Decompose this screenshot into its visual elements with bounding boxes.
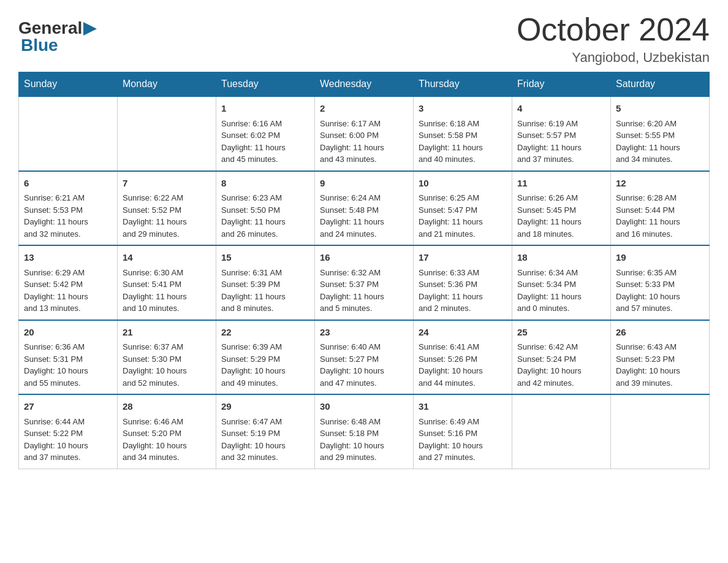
day-info: Sunrise: 6:30 AM Sunset: 5:41 PM Dayligh… (123, 267, 211, 315)
table-row: 19Sunrise: 6:35 AM Sunset: 5:33 PM Dayli… (611, 245, 710, 320)
day-info: Sunrise: 6:48 AM Sunset: 5:18 PM Dayligh… (320, 416, 408, 464)
day-info: Sunrise: 6:39 AM Sunset: 5:29 PM Dayligh… (221, 341, 309, 389)
table-row: 18Sunrise: 6:34 AM Sunset: 5:34 PM Dayli… (512, 245, 611, 320)
day-number: 8 (221, 177, 309, 191)
table-row (118, 96, 216, 171)
day-number: 25 (517, 326, 605, 340)
calendar-week-4: 20Sunrise: 6:36 AM Sunset: 5:31 PM Dayli… (19, 320, 710, 395)
header-saturday: Saturday (611, 72, 710, 97)
day-number: 11 (517, 177, 605, 191)
day-number: 24 (419, 326, 507, 340)
calendar-week-3: 13Sunrise: 6:29 AM Sunset: 5:42 PM Dayli… (19, 245, 710, 320)
header-sunday: Sunday (19, 72, 118, 97)
logo-triangle-icon (83, 22, 97, 36)
day-info: Sunrise: 6:23 AM Sunset: 5:50 PM Dayligh… (221, 192, 309, 240)
day-number: 5 (616, 102, 704, 116)
table-row: 16Sunrise: 6:32 AM Sunset: 5:37 PM Dayli… (315, 245, 414, 320)
day-number: 27 (24, 400, 112, 414)
table-row: 4Sunrise: 6:19 AM Sunset: 5:57 PM Daylig… (512, 96, 611, 171)
table-row: 12Sunrise: 6:28 AM Sunset: 5:44 PM Dayli… (611, 171, 710, 246)
table-row: 22Sunrise: 6:39 AM Sunset: 5:29 PM Dayli… (216, 320, 315, 395)
day-number: 26 (616, 326, 704, 340)
day-number: 6 (24, 177, 112, 191)
day-number: 15 (221, 251, 309, 265)
day-info: Sunrise: 6:49 AM Sunset: 5:16 PM Dayligh… (419, 416, 507, 464)
table-row: 26Sunrise: 6:43 AM Sunset: 5:23 PM Dayli… (611, 320, 710, 395)
day-info: Sunrise: 6:43 AM Sunset: 5:23 PM Dayligh… (616, 341, 704, 389)
table-row: 27Sunrise: 6:44 AM Sunset: 5:22 PM Dayli… (19, 394, 118, 469)
day-info: Sunrise: 6:40 AM Sunset: 5:27 PM Dayligh… (320, 341, 408, 389)
day-number: 4 (517, 102, 605, 116)
svg-marker-0 (83, 22, 97, 36)
table-row (19, 96, 118, 171)
calendar-header-row: Sunday Monday Tuesday Wednesday Thursday… (19, 72, 710, 97)
table-row (512, 394, 611, 469)
day-info: Sunrise: 6:21 AM Sunset: 5:53 PM Dayligh… (24, 192, 112, 240)
day-number: 16 (320, 251, 408, 265)
table-row: 13Sunrise: 6:29 AM Sunset: 5:42 PM Dayli… (19, 245, 118, 320)
table-row: 23Sunrise: 6:40 AM Sunset: 5:27 PM Dayli… (315, 320, 414, 395)
table-row: 10Sunrise: 6:25 AM Sunset: 5:47 PM Dayli… (414, 171, 512, 246)
calendar-table: Sunday Monday Tuesday Wednesday Thursday… (18, 72, 710, 469)
day-info: Sunrise: 6:37 AM Sunset: 5:30 PM Dayligh… (123, 341, 211, 389)
table-row: 29Sunrise: 6:47 AM Sunset: 5:19 PM Dayli… (216, 394, 315, 469)
header-monday: Monday (118, 72, 216, 97)
table-row: 11Sunrise: 6:26 AM Sunset: 5:45 PM Dayli… (512, 171, 611, 246)
header-thursday: Thursday (414, 72, 512, 97)
calendar-week-2: 6Sunrise: 6:21 AM Sunset: 5:53 PM Daylig… (19, 171, 710, 246)
day-info: Sunrise: 6:26 AM Sunset: 5:45 PM Dayligh… (517, 192, 605, 240)
day-info: Sunrise: 6:34 AM Sunset: 5:34 PM Dayligh… (517, 267, 605, 315)
day-info: Sunrise: 6:28 AM Sunset: 5:44 PM Dayligh… (616, 192, 704, 240)
table-row: 24Sunrise: 6:41 AM Sunset: 5:26 PM Dayli… (414, 320, 512, 395)
day-info: Sunrise: 6:35 AM Sunset: 5:33 PM Dayligh… (616, 267, 704, 315)
table-row: 28Sunrise: 6:46 AM Sunset: 5:20 PM Dayli… (118, 394, 216, 469)
table-row: 20Sunrise: 6:36 AM Sunset: 5:31 PM Dayli… (19, 320, 118, 395)
day-info: Sunrise: 6:16 AM Sunset: 6:02 PM Dayligh… (221, 118, 309, 166)
table-row: 6Sunrise: 6:21 AM Sunset: 5:53 PM Daylig… (19, 171, 118, 246)
table-row (611, 394, 710, 469)
table-row: 14Sunrise: 6:30 AM Sunset: 5:41 PM Dayli… (118, 245, 216, 320)
calendar-week-5: 27Sunrise: 6:44 AM Sunset: 5:22 PM Dayli… (19, 394, 710, 469)
day-info: Sunrise: 6:20 AM Sunset: 5:55 PM Dayligh… (616, 118, 704, 166)
table-row: 17Sunrise: 6:33 AM Sunset: 5:36 PM Dayli… (414, 245, 512, 320)
day-number: 13 (24, 251, 112, 265)
day-info: Sunrise: 6:31 AM Sunset: 5:39 PM Dayligh… (221, 267, 309, 315)
table-row: 8Sunrise: 6:23 AM Sunset: 5:50 PM Daylig… (216, 171, 315, 246)
header-wednesday: Wednesday (315, 72, 414, 97)
day-number: 22 (221, 326, 309, 340)
day-number: 17 (419, 251, 507, 265)
day-info: Sunrise: 6:36 AM Sunset: 5:31 PM Dayligh… (24, 341, 112, 389)
day-number: 10 (419, 177, 507, 191)
table-row: 25Sunrise: 6:42 AM Sunset: 5:24 PM Dayli… (512, 320, 611, 395)
table-row: 15Sunrise: 6:31 AM Sunset: 5:39 PM Dayli… (216, 245, 315, 320)
day-number: 9 (320, 177, 408, 191)
day-info: Sunrise: 6:17 AM Sunset: 6:00 PM Dayligh… (320, 118, 408, 166)
day-info: Sunrise: 6:22 AM Sunset: 5:52 PM Dayligh… (123, 192, 211, 240)
table-row: 9Sunrise: 6:24 AM Sunset: 5:48 PM Daylig… (315, 171, 414, 246)
day-number: 14 (123, 251, 211, 265)
header-friday: Friday (512, 72, 611, 97)
table-row: 7Sunrise: 6:22 AM Sunset: 5:52 PM Daylig… (118, 171, 216, 246)
table-row: 5Sunrise: 6:20 AM Sunset: 5:55 PM Daylig… (611, 96, 710, 171)
day-info: Sunrise: 6:42 AM Sunset: 5:24 PM Dayligh… (517, 341, 605, 389)
day-number: 7 (123, 177, 211, 191)
table-row: 31Sunrise: 6:49 AM Sunset: 5:16 PM Dayli… (414, 394, 512, 469)
day-number: 23 (320, 326, 408, 340)
day-number: 2 (320, 102, 408, 116)
table-row: 3Sunrise: 6:18 AM Sunset: 5:58 PM Daylig… (414, 96, 512, 171)
table-row: 30Sunrise: 6:48 AM Sunset: 5:18 PM Dayli… (315, 394, 414, 469)
day-info: Sunrise: 6:24 AM Sunset: 5:48 PM Dayligh… (320, 192, 408, 240)
day-info: Sunrise: 6:46 AM Sunset: 5:20 PM Dayligh… (123, 416, 211, 464)
day-info: Sunrise: 6:47 AM Sunset: 5:19 PM Dayligh… (221, 416, 309, 464)
day-info: Sunrise: 6:44 AM Sunset: 5:22 PM Dayligh… (24, 416, 112, 464)
day-info: Sunrise: 6:25 AM Sunset: 5:47 PM Dayligh… (419, 192, 507, 240)
day-number: 21 (123, 326, 211, 340)
day-number: 19 (616, 251, 704, 265)
day-info: Sunrise: 6:18 AM Sunset: 5:58 PM Dayligh… (419, 118, 507, 166)
table-row: 21Sunrise: 6:37 AM Sunset: 5:30 PM Dayli… (118, 320, 216, 395)
day-number: 29 (221, 400, 309, 414)
day-number: 3 (419, 102, 507, 116)
calendar-week-1: 1Sunrise: 6:16 AM Sunset: 6:02 PM Daylig… (19, 96, 710, 171)
title-block: October 2024 Yangiobod, Uzbekistan (517, 12, 710, 66)
day-number: 1 (221, 102, 309, 116)
